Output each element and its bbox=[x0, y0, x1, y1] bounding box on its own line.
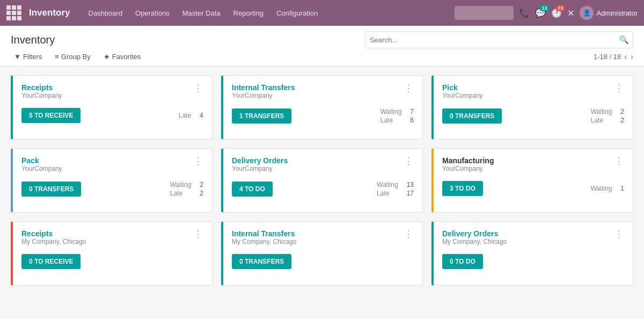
nav-dashboard[interactable]: Dashboard bbox=[83, 6, 128, 20]
card-header: Pick YourCompany ⋮ bbox=[442, 83, 624, 106]
filter-icon: ▼ bbox=[14, 53, 21, 61]
card-header: Pack YourCompany ⋮ bbox=[21, 156, 203, 179]
stat-value: 2 bbox=[620, 108, 624, 115]
stat-row: Late 6 bbox=[380, 117, 414, 124]
card-title[interactable]: Pick bbox=[442, 83, 483, 92]
stat-value: 4 bbox=[200, 112, 203, 119]
nav-reporting[interactable]: Reporting bbox=[228, 6, 269, 20]
stat-row: Waiting 13 bbox=[377, 181, 414, 189]
card-title[interactable]: Delivery Orders bbox=[232, 156, 288, 165]
groupby-icon: ≡ bbox=[55, 53, 59, 61]
card-body: 0 TRANSFERS Waiting 2 Late 2 bbox=[21, 181, 203, 197]
pagination-text: 1-18 / 18 bbox=[594, 53, 621, 61]
stat-row: Waiting 1 bbox=[591, 185, 624, 192]
card-action-button[interactable]: 0 TRANSFERS bbox=[442, 108, 502, 124]
card-body: 3 TO DO Waiting 1 bbox=[442, 181, 624, 196]
search-input[interactable] bbox=[370, 36, 619, 44]
card-action-button[interactable]: 0 TRANSFERS bbox=[21, 182, 81, 197]
next-page-button[interactable]: › bbox=[631, 52, 633, 62]
card-menu-icon[interactable]: ⋮ bbox=[404, 156, 414, 166]
prev-page-button[interactable]: ‹ bbox=[624, 52, 627, 62]
filter-bar: ▼ Filters ≡ Group By ★ Favorites bbox=[11, 52, 144, 62]
stat-label: Waiting bbox=[591, 108, 612, 115]
card-action-button[interactable]: 0 TO RECEIVE bbox=[21, 254, 80, 269]
groupby-button[interactable]: ≡ Group By bbox=[52, 52, 94, 62]
card-item: Delivery Orders YourCompany ⋮ 4 TO DO Wa… bbox=[221, 148, 423, 213]
nav-configuration[interactable]: Configuration bbox=[271, 6, 323, 20]
card-menu-icon[interactable]: ⋮ bbox=[404, 83, 414, 93]
stat-label: Late bbox=[170, 190, 182, 197]
card-action-button[interactable]: 1 TRANSFERS bbox=[232, 108, 291, 124]
favorites-button[interactable]: ★ Favorites bbox=[100, 52, 144, 62]
chat-icon[interactable]: 💬 13 bbox=[535, 8, 546, 18]
card-action-button[interactable]: 5 TO RECEIVE bbox=[21, 108, 80, 123]
card-title[interactable]: Manufacturing bbox=[442, 156, 494, 165]
subheader-row2: ▼ Filters ≡ Group By ★ Favorites 1-18 / … bbox=[11, 52, 633, 66]
main-content: Receipts YourCompany ⋮ 5 TO RECEIVE Late… bbox=[0, 67, 644, 294]
card-item: Internal Transfers My Company, Chicago ⋮… bbox=[221, 221, 423, 286]
card-company: YourCompany bbox=[442, 92, 483, 99]
phone-icon[interactable]: 📞 bbox=[519, 8, 530, 18]
card-header: Manufacturing YourCompany ⋮ bbox=[442, 156, 624, 179]
activity-icon[interactable]: 🕐 23 bbox=[551, 8, 562, 18]
card-header: Delivery Orders My Company, Chicago ⋮ bbox=[442, 229, 624, 252]
stat-value: 17 bbox=[407, 190, 414, 197]
card-stats: Waiting 13 Late 17 bbox=[377, 181, 414, 197]
card-menu-icon[interactable]: ⋮ bbox=[193, 83, 203, 93]
activity-badge: 23 bbox=[555, 5, 565, 11]
stat-label: Late bbox=[179, 112, 191, 119]
stat-value: 2 bbox=[200, 181, 203, 189]
search-container: 🔍 bbox=[365, 31, 633, 48]
card-body: 0 TRANSFERS bbox=[232, 254, 414, 269]
card-item: Receipts YourCompany ⋮ 5 TO RECEIVE Late… bbox=[11, 75, 213, 140]
card-stats: Late 4 bbox=[179, 112, 203, 119]
stat-label: Late bbox=[380, 117, 393, 124]
card-action-button[interactable]: 0 TO DO bbox=[442, 254, 483, 269]
close-icon[interactable]: ✕ bbox=[567, 8, 574, 18]
card-menu-icon[interactable]: ⋮ bbox=[614, 83, 624, 93]
card-menu-icon[interactable]: ⋮ bbox=[614, 156, 624, 166]
top-navigation: Inventory Dashboard Operations Master Da… bbox=[0, 0, 644, 26]
card-action-button[interactable]: 4 TO DO bbox=[232, 182, 273, 197]
stat-label: Waiting bbox=[377, 181, 398, 189]
stat-value: 2 bbox=[620, 117, 624, 124]
page-title: Inventory bbox=[11, 34, 55, 46]
card-title[interactable]: Delivery Orders bbox=[442, 229, 507, 238]
card-title[interactable]: Internal Transfers bbox=[232, 83, 295, 92]
nav-master-data[interactable]: Master Data bbox=[177, 6, 226, 20]
card-menu-icon[interactable]: ⋮ bbox=[404, 229, 414, 239]
nav-operations[interactable]: Operations bbox=[130, 6, 175, 20]
card-stats: Waiting 1 bbox=[591, 185, 624, 192]
card-body: 0 TRANSFERS Waiting 2 Late 2 bbox=[442, 108, 624, 124]
card-item: Internal Transfers YourCompany ⋮ 1 TRANS… bbox=[221, 75, 423, 140]
search-icon[interactable]: 🔍 bbox=[619, 35, 628, 44]
apps-grid-icon[interactable] bbox=[6, 5, 21, 20]
stat-row: Waiting 7 bbox=[380, 108, 414, 115]
stat-row: Waiting 2 bbox=[591, 108, 624, 115]
stat-row: Late 2 bbox=[591, 117, 624, 124]
topnav-search-bar bbox=[455, 6, 514, 20]
card-menu-icon[interactable]: ⋮ bbox=[193, 229, 203, 239]
subheader-row1: Inventory 🔍 bbox=[11, 31, 633, 48]
card-item: Manufacturing YourCompany ⋮ 3 TO DO Wait… bbox=[431, 148, 633, 213]
card-body: 4 TO DO Waiting 13 Late 17 bbox=[232, 181, 414, 197]
card-title[interactable]: Receipts bbox=[21, 229, 86, 238]
card-action-button[interactable]: 3 TO DO bbox=[442, 181, 483, 196]
card-action-button[interactable]: 0 TRANSFERS bbox=[232, 254, 291, 269]
stat-label: Waiting bbox=[380, 108, 402, 115]
stat-row: Late 2 bbox=[170, 190, 203, 197]
card-menu-icon[interactable]: ⋮ bbox=[193, 156, 203, 166]
card-title[interactable]: Internal Transfers bbox=[232, 229, 297, 238]
stat-row: Late 4 bbox=[179, 112, 203, 119]
card-title[interactable]: Receipts bbox=[21, 83, 62, 92]
card-body: 0 TO DO bbox=[442, 254, 624, 269]
filters-label: Filters bbox=[23, 53, 42, 61]
card-item: Delivery Orders My Company, Chicago ⋮ 0 … bbox=[431, 221, 633, 286]
filters-button[interactable]: ▼ Filters bbox=[11, 52, 45, 62]
card-header: Delivery Orders YourCompany ⋮ bbox=[232, 156, 414, 179]
stat-value: 13 bbox=[407, 181, 414, 189]
user-menu[interactable]: 👤 Administrator bbox=[580, 6, 638, 20]
card-menu-icon[interactable]: ⋮ bbox=[614, 229, 624, 239]
card-title[interactable]: Pack bbox=[21, 156, 62, 165]
card-company: YourCompany bbox=[21, 92, 62, 99]
